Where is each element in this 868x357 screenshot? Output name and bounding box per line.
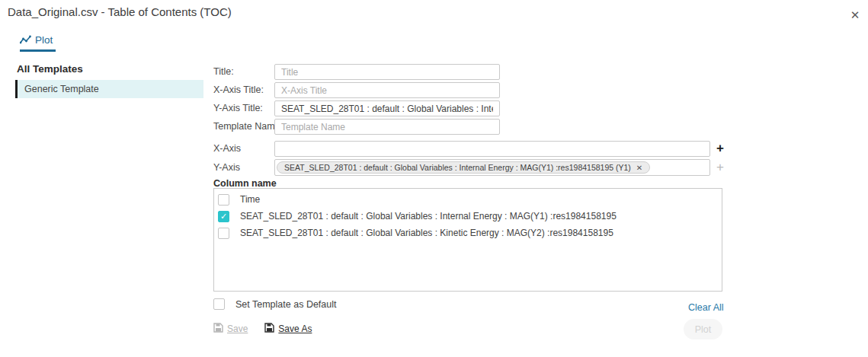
floppy-disk-icon: [264, 322, 274, 336]
checkbox-internal-energy[interactable]: ✓: [218, 211, 229, 222]
sidebar-item-generic-template[interactable]: Generic Template: [15, 80, 203, 98]
tab-plot-label: Plot: [35, 34, 53, 46]
close-icon[interactable]: ✕: [847, 8, 863, 23]
column-list: Time ✓ SEAT_SLED_28T01 : default : Globa…: [213, 188, 722, 292]
title-label: Title:: [213, 64, 234, 80]
list-item-label: Time: [240, 194, 260, 205]
templates-heading: All Templates: [17, 63, 83, 75]
title-input[interactable]: [274, 64, 500, 80]
floppy-disk-icon: [213, 322, 223, 336]
save-as-label: Save As: [278, 324, 312, 334]
set-default-label: Set Template as Default: [235, 299, 336, 310]
remove-chip-icon[interactable]: ✕: [636, 164, 642, 172]
add-y-axis-icon[interactable]: +: [715, 160, 725, 175]
y-axis-input[interactable]: SEAT_SLED_28T01 : default : Global Varia…: [274, 159, 710, 176]
add-x-axis-icon[interactable]: +: [715, 141, 725, 156]
x-axis-label: X-Axis: [213, 141, 241, 157]
list-item-label: SEAT_SLED_28T01 : default : Global Varia…: [240, 228, 613, 238]
y-axis-label: Y-Axis: [213, 160, 240, 176]
clear-all-link[interactable]: Clear All: [688, 302, 724, 313]
set-default-checkbox[interactable]: [213, 298, 225, 310]
list-item[interactable]: SEAT_SLED_28T01 : default : Global Varia…: [214, 225, 722, 241]
y-axis-title-input[interactable]: [274, 100, 500, 116]
x-axis-title-label: X-Axis Title:: [213, 82, 264, 98]
x-axis-input[interactable]: [274, 141, 710, 157]
list-item[interactable]: ✓ SEAT_SLED_28T01 : default : Global Var…: [214, 208, 722, 225]
template-name-label: Template Name:: [213, 119, 283, 135]
save-label: Save: [227, 324, 248, 334]
checkbox-kinetic-energy[interactable]: [218, 228, 229, 239]
column-name-heading: Column name: [213, 178, 277, 189]
list-item-label: SEAT_SLED_28T01 : default : Global Varia…: [240, 211, 617, 222]
y-axis-chip: SEAT_SLED_28T01 : default : Global Varia…: [277, 161, 650, 174]
x-axis-title-input[interactable]: [274, 82, 500, 98]
y-axis-title-label: Y-Axis Title:: [213, 100, 263, 116]
list-item[interactable]: Time: [214, 191, 722, 208]
checkbox-time[interactable]: [218, 194, 229, 206]
save-as-button[interactable]: Save As: [264, 322, 312, 336]
set-template-default[interactable]: Set Template as Default: [213, 298, 336, 310]
line-chart-icon: [20, 35, 31, 45]
y-axis-chip-label: SEAT_SLED_28T01 : default : Global Varia…: [284, 163, 631, 172]
dialog-title: Data_Original.csv - Table of Contents (T…: [8, 5, 232, 18]
template-name-input[interactable]: [274, 119, 500, 135]
tab-plot[interactable]: Plot: [20, 34, 56, 52]
save-button[interactable]: Save: [213, 322, 248, 336]
plot-button[interactable]: Plot: [684, 319, 722, 339]
